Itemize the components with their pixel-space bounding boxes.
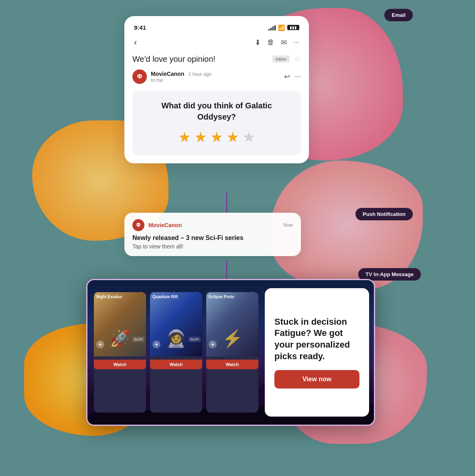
tv-movie-list: Night Exodus 🚀 Sci-Fi + Watch Quantum Ri… [87, 280, 265, 425]
svg-point-2 [140, 76, 141, 77]
status-icons: 📶 ▮▮▮ [268, 24, 299, 31]
sender-timestamp: 1 hour ago [189, 71, 211, 77]
email-channel-badge: Email [384, 9, 413, 21]
email-sender-row: MovieCanon 1 hour ago to me ↩ ··· [132, 69, 301, 84]
mail-icon[interactable]: ✉ [281, 38, 287, 47]
email-quick-actions: ↩ ··· [284, 72, 301, 81]
email-content-box: What did you think of Galatic Oddysey? ★… [132, 90, 301, 155]
email-subject: We'd love your opinion! [132, 55, 268, 64]
wifi-icon: 📶 [278, 24, 285, 31]
email-toolbar: ‹ ⬇ 🗑 ✉ ··· [132, 37, 301, 48]
sender-info: MovieCanon 1 hour ago to me [151, 70, 280, 83]
push-header: MovieCanon Now [132, 219, 293, 231]
tv-popup-panel: Stuck in decision Fatigue? We got your p… [265, 288, 369, 417]
movie-2-add-button[interactable]: + [152, 340, 160, 348]
email-content-title: What did you think of Galatic Oddysey? [142, 100, 291, 122]
email-card: 9:41 📶 ▮▮▮ ‹ ⬇ 🗑 ✉ ··· We'd love your op… [124, 16, 309, 163]
email-subject-row: We'd love your opinion! Inbox ☆ [132, 54, 301, 64]
movie-3-watch-button[interactable]: Watch [206, 360, 258, 369]
tv-popup-title: Stuck in decision Fatigue? We got your p… [274, 316, 359, 362]
push-subtitle: Tap to view them all! [132, 243, 293, 250]
battery-icon: ▮▮▮ [287, 25, 299, 30]
movie-1-add-button[interactable]: + [96, 340, 104, 348]
movie-3-add-button[interactable]: + [209, 340, 217, 348]
back-button[interactable]: ‹ [134, 37, 137, 48]
star-rating[interactable]: ★ ★ ★ ★ ★ [142, 129, 291, 146]
star-4[interactable]: ★ [226, 129, 239, 146]
sender-to: to me [151, 77, 280, 83]
movie-3-title: Eclipse Proto [209, 295, 256, 299]
favorite-icon[interactable]: ☆ [294, 54, 301, 64]
signal-icon [268, 25, 276, 31]
delete-icon[interactable]: 🗑 [267, 38, 274, 47]
sender-avatar [132, 69, 147, 84]
tv-view-now-button[interactable]: View now [274, 370, 359, 389]
push-timestamp: Now [283, 222, 293, 228]
svg-point-4 [137, 224, 138, 225]
status-bar: 9:41 📶 ▮▮▮ [132, 24, 301, 31]
star-3[interactable]: ★ [210, 129, 223, 146]
movie-2-genre: Sci-Fi [189, 337, 201, 342]
push-app-logo [132, 219, 144, 231]
movie-1-watch-button[interactable]: Watch [94, 360, 146, 369]
movie-1-genre: Sci-Fi [132, 337, 144, 342]
movie-2-title: Quantum Rift [152, 295, 200, 299]
sender-name: MovieCanon [151, 71, 184, 77]
tv-inner: · · · · · · · · · · · · · · · · · · · · … [87, 280, 374, 425]
push-title: Newly released – 3 new Sci-Fi series [132, 234, 293, 242]
movie-card-2: Quantum Rift 🧑‍🚀 Sci-Fi + Watch [150, 292, 202, 413]
reply-button[interactable]: ↩ [284, 72, 290, 81]
svg-point-5 [139, 224, 140, 225]
status-time: 9:41 [134, 24, 146, 31]
push-notification-card: MovieCanon Now Newly released – 3 new Sc… [124, 213, 301, 256]
push-app-name: MovieCanon [148, 222, 279, 228]
more-icon[interactable]: ··· [293, 38, 299, 47]
inbox-badge: Inbox [272, 55, 290, 63]
push-notification-badge: Push Notification [355, 208, 413, 220]
movie-card-3: Eclipse Proto ⚡ + Watch [206, 292, 258, 413]
save-icon[interactable]: ⬇ [255, 38, 261, 47]
movie-2-watch-button[interactable]: Watch [150, 360, 202, 369]
more-options-button[interactable]: ··· [295, 72, 301, 81]
star-5[interactable]: ★ [242, 129, 255, 146]
star-1[interactable]: ★ [178, 129, 191, 146]
movie-1-title: Night Exodus [96, 295, 144, 299]
toolbar-actions: ⬇ 🗑 ✉ ··· [255, 38, 299, 47]
tv-inapp-card: · · · · · · · · · · · · · · · · · · · · … [86, 279, 375, 426]
movie-card-1: Night Exodus 🚀 Sci-Fi + Watch [94, 292, 146, 413]
svg-point-1 [138, 76, 139, 77]
star-2[interactable]: ★ [194, 129, 207, 146]
